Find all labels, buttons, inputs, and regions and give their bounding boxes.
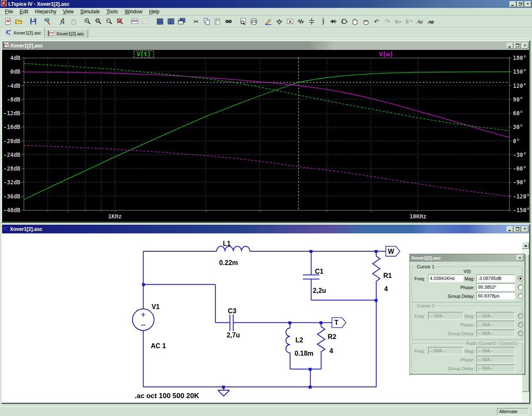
tile-horizontal-icon[interactable] <box>155 17 165 26</box>
zoom-undo-icon[interactable] <box>115 17 125 26</box>
cursor2-mag-radio[interactable] <box>518 313 523 319</box>
drag-icon[interactable] <box>360 17 371 26</box>
cursor1-group: Cursor 1 V(t) Freq: Mag: Phase: Group De… <box>412 267 522 302</box>
menu-simulate[interactable]: Simulate <box>77 8 103 15</box>
diode-icon[interactable] <box>328 17 338 26</box>
undo-icon[interactable]: ↶ <box>371 17 382 26</box>
schematic-window-titlebar[interactable]: Xover1[2].asc × <box>2 225 529 233</box>
svg-text:-12dB: -12dB <box>3 110 20 116</box>
cursor1-phase-input[interactable] <box>476 283 515 291</box>
copy-icon[interactable] <box>202 17 212 26</box>
menu-edit[interactable]: Edit <box>16 8 32 15</box>
menu-view[interactable]: View <box>59 8 77 15</box>
spice-directive-icon[interactable]: .op <box>425 17 436 26</box>
rotate-icon: E <box>404 17 414 26</box>
wf-minimize-button[interactable] <box>507 43 513 49</box>
cursor1-mag-radio[interactable] <box>518 276 523 281</box>
resistor-icon[interactable] <box>296 17 306 26</box>
control-panel-icon[interactable] <box>42 17 53 26</box>
svg-text:Aa: Aa <box>416 19 422 25</box>
series-V-t-magnitude <box>24 72 509 200</box>
cursor1-mag-label: Mag: <box>414 276 475 281</box>
value-R1: 4 <box>384 285 388 292</box>
efficiency-report-icon <box>140 17 150 26</box>
cursor2-phase-input[interactable] <box>476 321 515 328</box>
sc-minimize-button[interactable] <box>507 226 513 232</box>
zoom-in-icon[interactable] <box>82 17 93 26</box>
print-preview-icon[interactable] <box>238 17 248 26</box>
scroll-up-button[interactable] <box>522 242 529 249</box>
cursor1-mag-input[interactable] <box>476 275 515 282</box>
menu-window[interactable]: Window <box>121 8 146 15</box>
cursor-panel-close-button[interactable]: × <box>517 255 523 261</box>
ground-icon[interactable] <box>274 17 284 26</box>
wf-close-button[interactable]: × <box>522 43 528 49</box>
net-label-icon[interactable]: A <box>285 17 295 26</box>
svg-text:↶: ↶ <box>374 18 379 25</box>
waveform-window-titlebar[interactable]: Xover1[2].asc × <box>2 41 529 50</box>
series-V-t-phase <box>24 63 509 131</box>
net-flag-t[interactable]: T <box>332 318 346 328</box>
waveform-window: Xover1[2].asc × 4dB180°0dB150°-4dB120°-8… <box>1 40 530 223</box>
label-L1: L1 <box>223 240 231 247</box>
new-schematic-icon[interactable] <box>2 17 13 26</box>
restore-button[interactable] <box>517 1 524 7</box>
svg-text:60°: 60° <box>513 110 523 116</box>
cursor1-groupdelay-input[interactable] <box>476 292 515 300</box>
tab-label: Xover1[2].asc <box>56 31 84 36</box>
run-icon[interactable] <box>57 17 67 26</box>
cursor1-groupdelay-label: Group Delay: <box>414 294 475 299</box>
cursor1-groupdelay-radio[interactable] <box>518 293 523 299</box>
window-title: LTspice IV - Xover1[2].asc <box>8 1 69 7</box>
tab-1-active[interactable]: Xover1[2].asc <box>2 28 45 38</box>
cursor2-phase-label: Phase: <box>414 322 475 327</box>
move-icon[interactable] <box>350 17 360 26</box>
inductor-icon[interactable] <box>317 17 328 26</box>
waveform-window-title: Xover1[2].asc <box>10 43 43 49</box>
menu-help[interactable]: Help <box>146 8 163 15</box>
menu-hierarchy[interactable]: Hierarchy <box>32 8 59 15</box>
ratio-phase-input[interactable] <box>476 356 515 363</box>
print-icon[interactable] <box>249 17 259 26</box>
draw-wire-icon[interactable] <box>263 17 273 26</box>
legend-Vw[interactable]: V[w] <box>379 51 393 57</box>
cursor2-groupdelay-radio[interactable] <box>518 331 523 336</box>
text-icon[interactable]: Aa <box>414 17 425 26</box>
waveform-pane-icon[interactable] <box>129 17 140 26</box>
find-icon[interactable] <box>223 17 234 26</box>
cursor-panel: Xover1[2].asc × Cursor 1 V(t) Freq: Mag:… <box>409 254 525 374</box>
sc-close-button[interactable]: × <box>522 226 528 232</box>
wf-maximize-button[interactable] <box>514 43 521 49</box>
tile-vertical-icon[interactable] <box>165 17 176 26</box>
spice-directive-text: .ac oct 100 500 20K <box>135 392 200 400</box>
cursor2-phase-radio[interactable] <box>518 322 523 327</box>
cursor2-mag-input[interactable] <box>476 312 515 319</box>
svg-text:30°: 30° <box>513 124 523 130</box>
svg-text:-120°: -120° <box>513 193 529 200</box>
ratio-groupdelay-input[interactable] <box>476 364 515 372</box>
save-icon[interactable] <box>28 17 38 26</box>
title-bar: LTspice IV - Xover1[2].asc × <box>0 0 532 8</box>
cursor2-groupdelay-input[interactable] <box>476 329 515 337</box>
cascade-icon[interactable] <box>176 17 187 26</box>
svg-text:-24dB: -24dB <box>3 151 20 158</box>
cut-icon[interactable]: ✂ <box>191 17 201 26</box>
cursor-panel-title: Xover1[2].asc <box>411 255 441 260</box>
legend-Vt[interactable]: V[t] <box>137 51 151 57</box>
tab-2[interactable]: Xover1[2].asc <box>45 29 88 38</box>
menu-tools[interactable]: Tools <box>103 8 121 15</box>
cursor-panel-titlebar[interactable]: Xover1[2].asc × <box>410 254 525 262</box>
capacitor-icon[interactable] <box>306 17 317 26</box>
close-button[interactable]: × <box>525 1 531 7</box>
ratio-mag-input[interactable] <box>476 347 515 354</box>
waveform-plot[interactable]: 4dB180°0dB150°-4dB120°-8dB90°-12dB60°-16… <box>2 50 529 222</box>
zoom-fit-icon[interactable] <box>93 17 103 26</box>
net-flag-w[interactable]: W <box>386 246 400 256</box>
menu-file[interactable]: File <box>2 8 16 15</box>
cursor1-phase-radio[interactable] <box>518 285 523 290</box>
sc-maximize-button[interactable] <box>514 226 521 232</box>
open-file-icon[interactable] <box>13 17 24 26</box>
minimize-button[interactable] <box>510 1 516 7</box>
zoom-out-icon[interactable] <box>104 17 114 26</box>
component-icon[interactable] <box>339 17 349 26</box>
